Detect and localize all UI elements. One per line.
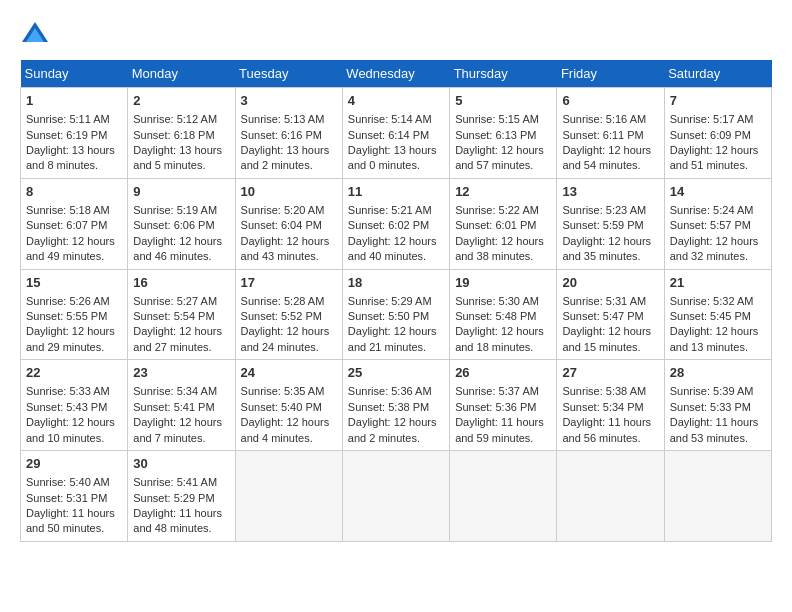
day-info-line: Sunset: 6:04 PM <box>241 218 337 233</box>
day-number: 27 <box>562 364 658 382</box>
calendar-cell: 1Sunrise: 5:11 AMSunset: 6:19 PMDaylight… <box>21 88 128 179</box>
day-info-line: Daylight: 12 hours <box>455 234 551 249</box>
day-info-line: and 7 minutes. <box>133 431 229 446</box>
day-info-line: Sunrise: 5:33 AM <box>26 384 122 399</box>
day-number: 29 <box>26 455 122 473</box>
day-info-line: Sunrise: 5:29 AM <box>348 294 444 309</box>
calendar-cell: 24Sunrise: 5:35 AMSunset: 5:40 PMDayligh… <box>235 360 342 451</box>
day-info-line: Sunrise: 5:15 AM <box>455 112 551 127</box>
day-info-line: Sunset: 5:54 PM <box>133 309 229 324</box>
day-info-line: Daylight: 11 hours <box>455 415 551 430</box>
day-number: 10 <box>241 183 337 201</box>
day-header-monday: Monday <box>128 60 235 88</box>
day-header-saturday: Saturday <box>664 60 771 88</box>
day-info-line: Sunset: 6:01 PM <box>455 218 551 233</box>
day-number: 5 <box>455 92 551 110</box>
day-info-line: Daylight: 12 hours <box>670 324 766 339</box>
day-info-line: Daylight: 12 hours <box>348 415 444 430</box>
calendar-cell: 30Sunrise: 5:41 AMSunset: 5:29 PMDayligh… <box>128 451 235 542</box>
calendar-cell: 18Sunrise: 5:29 AMSunset: 5:50 PMDayligh… <box>342 269 449 360</box>
day-info-line: and 46 minutes. <box>133 249 229 264</box>
day-number: 15 <box>26 274 122 292</box>
day-number: 7 <box>670 92 766 110</box>
day-info-line: Sunrise: 5:18 AM <box>26 203 122 218</box>
day-info-line: and 57 minutes. <box>455 158 551 173</box>
day-header-sunday: Sunday <box>21 60 128 88</box>
day-info-line: Sunrise: 5:22 AM <box>455 203 551 218</box>
day-info-line: Daylight: 12 hours <box>670 143 766 158</box>
calendar-cell: 23Sunrise: 5:34 AMSunset: 5:41 PMDayligh… <box>128 360 235 451</box>
day-info-line: Sunrise: 5:31 AM <box>562 294 658 309</box>
day-info-line: Sunset: 5:43 PM <box>26 400 122 415</box>
day-number: 26 <box>455 364 551 382</box>
day-number: 3 <box>241 92 337 110</box>
day-number: 20 <box>562 274 658 292</box>
day-header-friday: Friday <box>557 60 664 88</box>
day-info-line: Sunset: 6:16 PM <box>241 128 337 143</box>
logo-icon <box>20 20 50 50</box>
calendar-cell <box>235 451 342 542</box>
day-info-line: Sunset: 6:13 PM <box>455 128 551 143</box>
day-info-line: Daylight: 13 hours <box>26 143 122 158</box>
calendar-cell: 20Sunrise: 5:31 AMSunset: 5:47 PMDayligh… <box>557 269 664 360</box>
week-row-4: 22Sunrise: 5:33 AMSunset: 5:43 PMDayligh… <box>21 360 772 451</box>
calendar-cell: 29Sunrise: 5:40 AMSunset: 5:31 PMDayligh… <box>21 451 128 542</box>
day-number: 18 <box>348 274 444 292</box>
calendar-cell: 17Sunrise: 5:28 AMSunset: 5:52 PMDayligh… <box>235 269 342 360</box>
day-info-line: and 50 minutes. <box>26 521 122 536</box>
day-info-line: Sunrise: 5:38 AM <box>562 384 658 399</box>
day-info-line: Sunrise: 5:34 AM <box>133 384 229 399</box>
day-info-line: and 18 minutes. <box>455 340 551 355</box>
calendar-table: SundayMondayTuesdayWednesdayThursdayFrid… <box>20 60 772 542</box>
day-info-line: Daylight: 13 hours <box>348 143 444 158</box>
day-number: 16 <box>133 274 229 292</box>
day-number: 6 <box>562 92 658 110</box>
day-info-line: Sunset: 6:18 PM <box>133 128 229 143</box>
day-info-line: Sunset: 5:36 PM <box>455 400 551 415</box>
day-info-line: Daylight: 12 hours <box>670 234 766 249</box>
day-number: 24 <box>241 364 337 382</box>
week-row-2: 8Sunrise: 5:18 AMSunset: 6:07 PMDaylight… <box>21 178 772 269</box>
day-info-line: Sunrise: 5:23 AM <box>562 203 658 218</box>
calendar-cell: 22Sunrise: 5:33 AMSunset: 5:43 PMDayligh… <box>21 360 128 451</box>
day-info-line: Daylight: 12 hours <box>455 324 551 339</box>
day-header-wednesday: Wednesday <box>342 60 449 88</box>
day-info-line: Daylight: 12 hours <box>562 324 658 339</box>
day-info-line: and 0 minutes. <box>348 158 444 173</box>
calendar-cell <box>664 451 771 542</box>
calendar-cell: 26Sunrise: 5:37 AMSunset: 5:36 PMDayligh… <box>450 360 557 451</box>
day-info-line: Sunset: 5:52 PM <box>241 309 337 324</box>
calendar-cell: 5Sunrise: 5:15 AMSunset: 6:13 PMDaylight… <box>450 88 557 179</box>
day-info-line: and 49 minutes. <box>26 249 122 264</box>
week-row-1: 1Sunrise: 5:11 AMSunset: 6:19 PMDaylight… <box>21 88 772 179</box>
day-info-line: Daylight: 13 hours <box>241 143 337 158</box>
calendar-cell: 27Sunrise: 5:38 AMSunset: 5:34 PMDayligh… <box>557 360 664 451</box>
day-info-line: Sunrise: 5:37 AM <box>455 384 551 399</box>
day-number: 12 <box>455 183 551 201</box>
calendar-cell: 28Sunrise: 5:39 AMSunset: 5:33 PMDayligh… <box>664 360 771 451</box>
day-info-line: and 21 minutes. <box>348 340 444 355</box>
day-info-line: Sunset: 5:55 PM <box>26 309 122 324</box>
calendar-cell: 19Sunrise: 5:30 AMSunset: 5:48 PMDayligh… <box>450 269 557 360</box>
day-info-line: Sunrise: 5:13 AM <box>241 112 337 127</box>
calendar-cell <box>450 451 557 542</box>
day-number: 1 <box>26 92 122 110</box>
day-info-line: Sunrise: 5:36 AM <box>348 384 444 399</box>
day-info-line: Sunrise: 5:14 AM <box>348 112 444 127</box>
day-info-line: and 8 minutes. <box>26 158 122 173</box>
day-info-line: Daylight: 12 hours <box>348 324 444 339</box>
calendar-cell <box>557 451 664 542</box>
day-info-line: Daylight: 12 hours <box>133 415 229 430</box>
calendar-cell: 6Sunrise: 5:16 AMSunset: 6:11 PMDaylight… <box>557 88 664 179</box>
day-info-line: Sunset: 6:11 PM <box>562 128 658 143</box>
day-info-line: Sunrise: 5:19 AM <box>133 203 229 218</box>
day-info-line: Daylight: 12 hours <box>133 234 229 249</box>
day-info-line: Daylight: 12 hours <box>26 415 122 430</box>
day-info-line: Sunrise: 5:27 AM <box>133 294 229 309</box>
day-info-line: and 51 minutes. <box>670 158 766 173</box>
day-info-line: Daylight: 12 hours <box>348 234 444 249</box>
day-info-line: Sunset: 6:02 PM <box>348 218 444 233</box>
day-info-line: Sunrise: 5:24 AM <box>670 203 766 218</box>
day-number: 14 <box>670 183 766 201</box>
calendar-cell: 14Sunrise: 5:24 AMSunset: 5:57 PMDayligh… <box>664 178 771 269</box>
